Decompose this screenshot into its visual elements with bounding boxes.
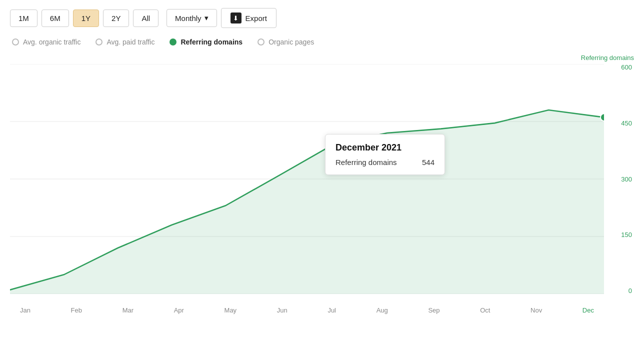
legend-avg-organic[interactable]: Avg. organic traffic xyxy=(12,38,80,46)
y-tick-450: 450 xyxy=(621,120,632,126)
x-tick-mar: Mar xyxy=(122,306,134,314)
x-tick-dec: Dec xyxy=(582,306,594,314)
x-axis: Jan Feb Mar Apr May Jun Jul Aug Sep Oct … xyxy=(10,306,604,314)
legend-label-organic: Avg. organic traffic xyxy=(23,38,80,46)
x-tick-jan: Jan xyxy=(20,306,30,314)
x-tick-jun: Jun xyxy=(277,306,288,314)
toolbar: 1M 6M 1Y 2Y All Monthly ▾ ⬇ Export xyxy=(10,8,634,28)
y-axis: 600 450 300 150 0 xyxy=(605,64,634,294)
legend-dot-referring xyxy=(170,38,176,46)
chart-legend: Avg. organic traffic Avg. paid traffic R… xyxy=(10,38,634,46)
period-1y-button[interactable]: 1Y xyxy=(73,10,99,27)
legend-dot-pages xyxy=(258,38,264,46)
legend-label-pages: Organic pages xyxy=(268,38,314,46)
chart-tooltip: December 2021 Referring domains 544 xyxy=(325,134,445,175)
chart-svg xyxy=(10,64,604,294)
legend-organic-pages[interactable]: Organic pages xyxy=(258,38,314,46)
x-tick-oct: Oct xyxy=(480,306,490,314)
monthly-dropdown[interactable]: Monthly ▾ xyxy=(166,9,217,27)
y-tick-0: 0 xyxy=(628,288,632,294)
y-tick-600: 600 xyxy=(621,64,632,70)
x-tick-jul: Jul xyxy=(328,306,336,314)
x-tick-sep: Sep xyxy=(428,306,440,314)
legend-dot-paid xyxy=(96,38,102,46)
download-icon: ⬇ xyxy=(230,12,242,24)
y-tick-300: 300 xyxy=(621,176,632,182)
export-button[interactable]: ⬇ Export xyxy=(221,8,276,28)
tooltip-metric-label: Referring domains xyxy=(336,158,397,166)
x-tick-may: May xyxy=(224,306,237,314)
period-1m-button[interactable]: 1M xyxy=(10,10,38,27)
tooltip-title: December 2021 xyxy=(336,142,434,153)
legend-referring-domains[interactable]: Referring domains xyxy=(170,38,242,46)
chart-area[interactable]: December 2021 Referring domains 544 xyxy=(10,64,604,294)
tooltip-metric-value: 544 xyxy=(422,158,434,166)
y-axis-label: Referring domains xyxy=(581,54,634,62)
monthly-label: Monthly xyxy=(175,14,202,22)
legend-avg-paid[interactable]: Avg. paid traffic xyxy=(96,38,154,46)
legend-label-referring: Referring domains xyxy=(180,38,242,46)
period-2y-button[interactable]: 2Y xyxy=(103,10,129,27)
export-label: Export xyxy=(246,14,267,22)
x-tick-feb: Feb xyxy=(71,306,82,314)
y-tick-150: 150 xyxy=(621,232,632,238)
x-tick-nov: Nov xyxy=(530,306,542,314)
period-6m-button[interactable]: 6M xyxy=(42,10,69,27)
chevron-down-icon: ▾ xyxy=(204,14,208,22)
active-point xyxy=(600,114,604,121)
tooltip-row: Referring domains 544 xyxy=(336,158,434,166)
legend-label-paid: Avg. paid traffic xyxy=(106,38,154,46)
x-tick-apr: Apr xyxy=(174,306,184,314)
period-all-button[interactable]: All xyxy=(133,10,158,27)
legend-dot-organic xyxy=(12,38,19,46)
x-tick-aug: Aug xyxy=(376,306,388,314)
chart-container: Referring domains December 2021 xyxy=(10,54,634,314)
area-fill xyxy=(10,110,604,294)
